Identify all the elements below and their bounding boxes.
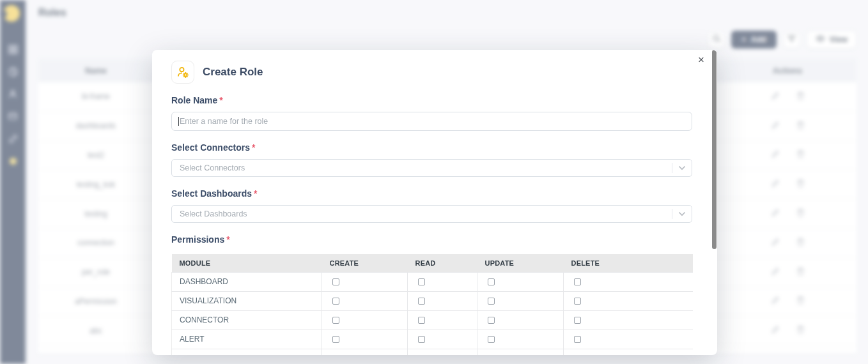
permission-row: CONNECTOR	[172, 310, 693, 330]
delete-column-header: DELETE	[564, 254, 693, 272]
create-column-header: CREATE	[322, 254, 408, 272]
required-asterisk: *	[226, 234, 229, 245]
create-checkbox[interactable]	[332, 298, 339, 305]
chevron-down-icon	[672, 165, 692, 171]
permission-row-partial	[172, 349, 693, 355]
role-gear-icon	[171, 61, 194, 84]
create-checkbox[interactable]	[332, 317, 339, 324]
module-name: CONNECTOR	[172, 310, 322, 330]
text-cursor	[178, 117, 179, 126]
permissions-label: Permissions*	[171, 234, 692, 245]
modal-scrollbar-thumb[interactable]	[712, 50, 717, 249]
update-checkbox[interactable]	[488, 298, 495, 305]
update-checkbox[interactable]	[488, 278, 495, 285]
select-connectors-label: Select Connectors*	[171, 142, 692, 153]
dashboards-select[interactable]: Select Dashboards	[171, 205, 692, 223]
read-checkbox[interactable]	[418, 317, 425, 324]
update-checkbox[interactable]	[488, 317, 495, 324]
modal-header: Create Role	[171, 61, 692, 84]
permissions-table: MODULE CREATE READ UPDATE DELETE DASHBOA…	[171, 254, 693, 355]
read-checkbox[interactable]	[418, 298, 425, 305]
read-checkbox[interactable]	[418, 278, 425, 285]
update-column-header: UPDATE	[477, 254, 564, 272]
delete-checkbox[interactable]	[574, 336, 581, 343]
permission-row: ALERT	[172, 330, 693, 349]
delete-checkbox[interactable]	[574, 298, 581, 305]
permissions-header-row: MODULE CREATE READ UPDATE DELETE	[172, 254, 693, 272]
create-role-modal: × Create Role Role Name* Select Connecto…	[152, 50, 717, 355]
module-name: DASHBOARD	[172, 272, 322, 291]
role-name-label: Role Name*	[171, 95, 692, 105]
read-column-header: READ	[408, 254, 477, 272]
connectors-select[interactable]: Select Connectors	[171, 159, 692, 177]
modal-title: Create Role	[203, 66, 263, 79]
select-dashboards-label: Select Dashboards*	[171, 188, 692, 199]
create-checkbox[interactable]	[332, 278, 339, 285]
delete-checkbox[interactable]	[574, 278, 581, 285]
read-checkbox[interactable]	[418, 336, 425, 343]
create-checkbox[interactable]	[332, 336, 339, 343]
close-icon[interactable]: ×	[698, 54, 704, 65]
module-column-header: MODULE	[172, 254, 322, 272]
delete-checkbox[interactable]	[574, 317, 581, 324]
module-name: VISUALIZATION	[172, 291, 322, 310]
module-name: ALERT	[172, 330, 322, 349]
required-asterisk: *	[252, 142, 255, 153]
role-name-input[interactable]	[171, 112, 692, 131]
permission-row: DASHBOARD	[172, 272, 693, 291]
update-checkbox[interactable]	[488, 336, 495, 343]
permission-row: VISUALIZATION	[172, 291, 693, 310]
connectors-select-placeholder: Select Connectors	[172, 163, 672, 172]
required-asterisk: *	[219, 95, 222, 105]
chevron-down-icon	[672, 211, 692, 216]
required-asterisk: *	[254, 188, 257, 199]
dashboards-select-placeholder: Select Dashboards	[172, 209, 672, 218]
